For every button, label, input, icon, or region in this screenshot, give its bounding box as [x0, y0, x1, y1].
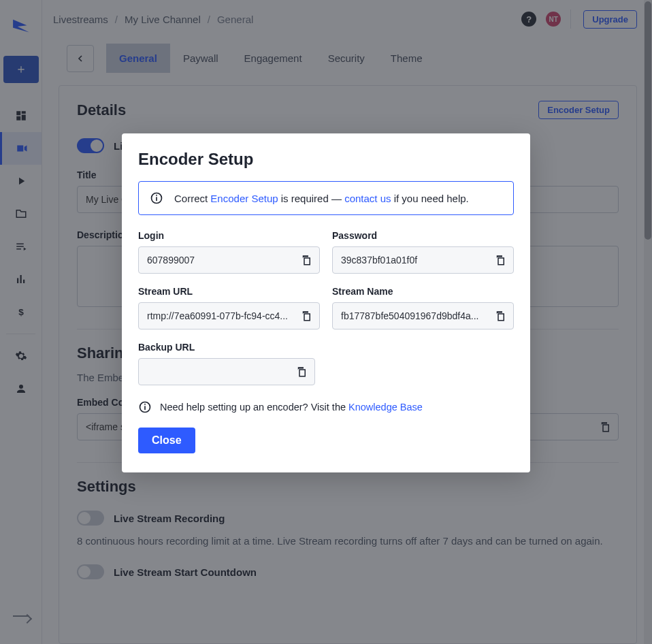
copy-icon[interactable] — [493, 253, 508, 268]
notice-post: if you need help. — [391, 193, 469, 204]
encoder-setup-modal: Encoder Setup Correct Encoder Setup is r… — [122, 133, 530, 472]
svg-rect-5 — [144, 406, 146, 410]
info-icon — [138, 400, 152, 414]
copy-icon[interactable] — [493, 308, 508, 323]
copy-icon[interactable] — [294, 364, 309, 379]
copy-icon[interactable] — [299, 308, 314, 323]
help-pre: Need help setting up an encoder? Visit t… — [160, 402, 348, 413]
app-root: $ Livestreams / My Live Channel / Genera… — [0, 0, 652, 644]
svg-rect-3 — [156, 195, 157, 196]
password-value: 39c837bf01a01f0f — [341, 255, 487, 265]
backup-field[interactable] — [138, 358, 315, 385]
streamurl-value: rtmp://7ea60991-077b-fc94-cc4... — [147, 310, 293, 321]
contact-us-link[interactable]: contact us — [344, 193, 391, 204]
modal-help-row: Need help setting up an encoder? Visit t… — [138, 400, 514, 414]
streamurl-label: Stream URL — [138, 286, 320, 297]
streamname-value: fb17787bfe504091967d9bdf4a... — [341, 310, 487, 321]
notice-text: Correct Encoder Setup is required — cont… — [174, 193, 469, 204]
knowledge-base-link[interactable]: Knowledge Base — [348, 402, 423, 413]
modal-overlay[interactable]: Encoder Setup Correct Encoder Setup is r… — [0, 0, 652, 644]
copy-icon[interactable] — [299, 253, 314, 268]
svg-rect-2 — [156, 197, 157, 201]
notice-mid: is required — — [278, 193, 345, 204]
modal-notice: Correct Encoder Setup is required — cont… — [138, 181, 514, 215]
notice-pre: Correct — [174, 193, 210, 204]
password-field[interactable]: 39c837bf01a01f0f — [332, 246, 514, 274]
streamurl-field[interactable]: rtmp://7ea60991-077b-fc94-cc4... — [138, 302, 320, 329]
streamname-label: Stream Name — [332, 286, 514, 297]
backup-label: Backup URL — [138, 342, 315, 353]
encoder-setup-link[interactable]: Encoder Setup — [210, 193, 278, 204]
login-label: Login — [138, 230, 320, 241]
modal-fields: Login 607899007 Password 39c837bf01a01f0… — [138, 230, 514, 385]
info-icon — [150, 191, 163, 205]
svg-rect-6 — [144, 404, 146, 405]
login-value: 607899007 — [147, 255, 293, 265]
password-label: Password — [332, 230, 514, 241]
login-field[interactable]: 607899007 — [138, 246, 320, 274]
streamname-field[interactable]: fb17787bfe504091967d9bdf4a... — [332, 302, 514, 329]
close-button[interactable]: Close — [138, 428, 195, 453]
modal-title: Encoder Setup — [138, 150, 514, 169]
